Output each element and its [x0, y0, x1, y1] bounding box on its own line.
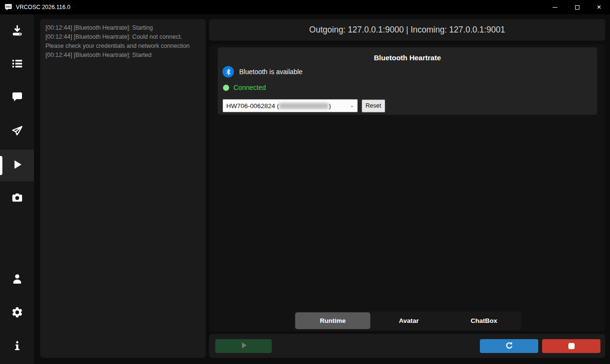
osc-connection-bar: Outgoing: 127.0.0.1:9000 | Incoming: 127… — [209, 19, 605, 41]
device-select-row: HW706-0062824 ( ) ⌄ Reset — [222, 99, 385, 112]
play-icon — [11, 158, 24, 173]
run-controls-bar — [209, 334, 605, 358]
bluetooth-heartrate-card: Bluetooth Heartrate Bluetooth is availab… — [218, 47, 597, 115]
camera-icon — [11, 192, 23, 206]
sidebar-item-chatbox[interactable] — [0, 88, 34, 109]
restart-icon — [504, 341, 514, 352]
start-button[interactable] — [215, 339, 272, 353]
connection-state-row: Connected — [223, 84, 266, 91]
module-title: Bluetooth Heartrate — [218, 47, 597, 62]
person-icon — [11, 273, 23, 287]
log-line: [00:12:44] [Bluetooth Heartrate]: Starti… — [45, 23, 200, 33]
restart-button[interactable] — [480, 339, 538, 353]
window-controls: ✕ — [544, 0, 610, 14]
runtime-tabstrip: Runtime Avatar ChatBox — [294, 311, 521, 330]
log-panel[interactable]: [00:12:44] [Bluetooth Heartrate]: Starti… — [40, 19, 206, 358]
log-line: [00:12:44] [Bluetooth Heartrate]: Starte… — [45, 51, 200, 60]
sidebar-item-profiles[interactable] — [0, 188, 34, 210]
vrcosc-window: OSC VRCOSC 2026.116.0 ✕ — [0, 0, 610, 364]
connection-state-text: Connected — [233, 84, 266, 91]
chevron-down-icon: ⌄ — [350, 103, 354, 108]
svg-text:OSC: OSC — [6, 5, 11, 8]
bluetooth-status-row: Bluetooth is available — [222, 66, 302, 77]
info-icon — [11, 340, 23, 353]
title-bar: OSC VRCOSC 2026.116.0 ✕ — [0, 0, 610, 14]
runtime-view-panel: Bluetooth Heartrate Bluetooth is availab… — [209, 44, 605, 331]
device-select-value: HW706-0062824 ( — [226, 102, 279, 110]
close-button[interactable]: ✕ — [588, 0, 610, 14]
tab-chatbox[interactable]: ChatBox — [446, 311, 521, 330]
window-title: VRCOSC 2026.116.0 — [16, 4, 70, 11]
sidebar-item-modules[interactable] — [0, 54, 34, 75]
redacted-device-address — [279, 103, 328, 109]
download-icon — [11, 24, 23, 39]
osc-connection-text: Outgoing: 127.0.0.1:9000 | Incoming: 127… — [309, 25, 505, 35]
sidebar-nav — [0, 14, 34, 364]
send-icon — [11, 125, 23, 139]
maximize-icon — [575, 5, 579, 10]
device-select[interactable]: HW706-0062824 ( ) ⌄ — [222, 99, 358, 112]
sidebar-item-account[interactable] — [0, 269, 34, 290]
maximize-button[interactable] — [566, 0, 588, 14]
tab-avatar[interactable]: Avatar — [371, 311, 446, 330]
tab-runtime[interactable]: Runtime — [295, 312, 370, 329]
sidebar-item-run[interactable] — [0, 155, 34, 176]
reset-button[interactable]: Reset — [362, 99, 385, 112]
play-icon — [238, 340, 249, 352]
sidebar-item-settings[interactable] — [0, 303, 34, 324]
gear-icon — [11, 306, 23, 320]
chat-bubble-icon — [11, 91, 23, 105]
minimize-button[interactable] — [544, 0, 566, 14]
log-line: [00:12:44] [Bluetooth Heartrate]: Could … — [45, 33, 200, 51]
bluetooth-icon — [222, 66, 234, 77]
connected-dot-icon — [223, 85, 229, 91]
sidebar-item-packages[interactable] — [0, 21, 34, 42]
app-logo-icon: OSC — [4, 4, 12, 11]
stop-icon — [568, 343, 575, 349]
sidebar-item-information[interactable] — [0, 336, 34, 357]
device-select-value-suffix: ) — [329, 102, 331, 110]
stop-button[interactable] — [542, 339, 600, 353]
sidebar-item-router[interactable] — [0, 121, 34, 143]
list-icon — [11, 57, 23, 72]
bluetooth-status-text: Bluetooth is available — [239, 68, 302, 76]
minimize-icon — [553, 7, 557, 8]
